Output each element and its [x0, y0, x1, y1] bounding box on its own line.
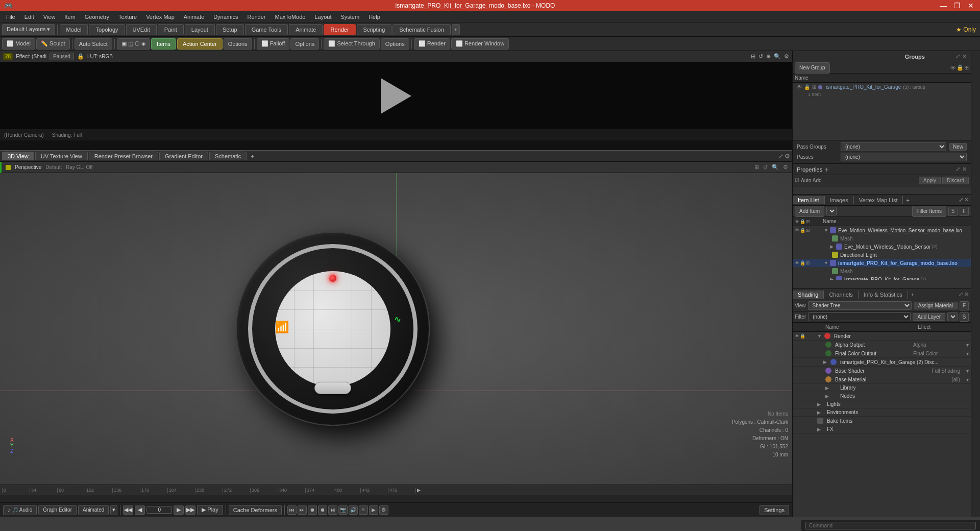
star-only[interactable]: ★ Only: [956, 26, 976, 33]
tab-images[interactable]: Images: [825, 196, 854, 204]
eye-icon[interactable]: 👁: [950, 65, 956, 71]
preview-icon4[interactable]: 🔍: [774, 53, 781, 60]
shader-row-fx[interactable]: ▶ FX: [793, 425, 971, 433]
lock-icon[interactable]: 🔒: [957, 64, 964, 71]
add-viewport-tab-btn[interactable]: +: [248, 152, 257, 160]
preview-icon2[interactable]: ↺: [758, 53, 763, 60]
pb-icon1[interactable]: ⏮: [287, 505, 297, 515]
shading-content[interactable]: 👁 🔒 ▼ Render Alpha Output Alpha ▾: [793, 332, 971, 517]
pb-icon7[interactable]: 🔊: [349, 505, 358, 515]
add-item-type-select[interactable]: ▾: [826, 207, 837, 215]
properties-close-icon[interactable]: ✕: [962, 166, 967, 173]
pb-icon6[interactable]: 📷: [338, 505, 348, 515]
falloff-btn[interactable]: ⬜ Falloff: [257, 38, 290, 50]
perspective-label[interactable]: Perspective: [15, 164, 41, 170]
properties-expand-icon[interactable]: ⤢: [955, 166, 960, 173]
vp-rotate-icon[interactable]: ↺: [763, 164, 768, 171]
pb-icon10[interactable]: ⚙: [379, 505, 388, 515]
shader-row-library[interactable]: ▶ Library: [793, 384, 971, 392]
item-list-content[interactable]: 👁 🔒 ⊞ ▼ Eve_Motion_Wireless_Motion_Senso…: [793, 226, 971, 280]
model-mode-btn[interactable]: ⬜ Model: [2, 38, 35, 50]
sculpt-btn[interactable]: ✏️ Sculpt: [36, 38, 70, 50]
tab-schematic[interactable]: Schematic: [209, 152, 247, 160]
menu-animate[interactable]: Animate: [180, 13, 208, 21]
menu-dynamics[interactable]: Dynamics: [209, 13, 242, 21]
filter-items-btn[interactable]: Filter Items: [912, 206, 946, 217]
auto-select-btn[interactable]: Auto Select: [75, 38, 112, 50]
add-layer-type[interactable]: ▾: [947, 312, 958, 321]
vp-settings-icon[interactable]: ⚙: [783, 164, 788, 171]
s-btn[interactable]: S: [948, 207, 958, 216]
command-input[interactable]: [805, 522, 976, 529]
add-item-btn[interactable]: Add Item: [795, 206, 824, 217]
menu-file[interactable]: File: [2, 13, 19, 21]
audio-btn[interactable]: ♪ 🎵 Audio: [3, 505, 37, 515]
render-window-btn[interactable]: ⬜ Render Window: [451, 38, 509, 50]
restore-btn[interactable]: ❐: [952, 2, 963, 10]
shader-row-nodes[interactable]: ▶ Nodes: [793, 392, 971, 400]
tab-shading[interactable]: Shading: [793, 291, 824, 299]
preview-icon1[interactable]: ⊞: [751, 53, 755, 60]
apply-btn[interactable]: Apply: [919, 177, 941, 184]
shader-s-btn[interactable]: S: [960, 312, 969, 322]
add-item-list-tab[interactable]: +: [903, 196, 912, 204]
close-btn[interactable]: ✕: [966, 2, 976, 10]
next-keyframe-btn[interactable]: ▶▶: [185, 505, 195, 515]
tab-gradient-editor[interactable]: Gradient Editor: [159, 152, 208, 160]
menu-system[interactable]: System: [336, 13, 363, 21]
items-btn[interactable]: Items: [151, 38, 176, 50]
auto-add-checkbox[interactable]: ☑: [795, 178, 799, 183]
menu-view[interactable]: View: [39, 13, 60, 21]
vp-grid-icon[interactable]: ⊞: [754, 164, 759, 171]
add-layer-btn[interactable]: Add Layer: [913, 313, 945, 321]
shading-close[interactable]: ✕: [964, 291, 969, 298]
pb-icon5[interactable]: ⏯: [328, 505, 337, 515]
pb-icon4[interactable]: ⏺: [318, 505, 327, 515]
passes-select[interactable]: (none): [841, 153, 967, 161]
viewport-expand-icon[interactable]: ⤢: [778, 153, 783, 160]
tab-animate[interactable]: Animate: [289, 24, 323, 35]
tab-schematic-fusion[interactable]: Schematic Fusion: [393, 24, 450, 35]
shading-expand[interactable]: ⤢: [959, 291, 963, 298]
tab-item-list[interactable]: Item List: [793, 196, 825, 204]
animated-btn[interactable]: Animated: [78, 505, 109, 515]
render-icon[interactable]: ⊞: [964, 64, 969, 71]
select-through-btn[interactable]: ⬜ Select Through: [324, 38, 379, 50]
tab-info-statistics[interactable]: Info & Statistics: [859, 291, 908, 299]
render-btn[interactable]: ⬜ Render: [414, 38, 450, 50]
item-list-expand[interactable]: ⤢: [959, 197, 963, 203]
preview-icon5[interactable]: ⚙: [784, 53, 789, 60]
menu-geometry[interactable]: Geometry: [81, 13, 113, 21]
next-frame-btn[interactable]: ▶: [174, 505, 184, 515]
tab-render-preset-browser[interactable]: Render Preset Browser: [89, 152, 158, 160]
menu-item[interactable]: Item: [60, 13, 79, 21]
cache-deformers-btn[interactable]: Cache Deformers: [229, 505, 282, 515]
tab-layout[interactable]: Layout: [185, 24, 215, 35]
auto-add-label[interactable]: Auto Add: [801, 178, 822, 183]
play-btn[interactable]: ▶ Play: [197, 505, 223, 515]
shader-row-environments[interactable]: ▶ Environments: [793, 408, 971, 417]
tab-topology[interactable]: Topology: [89, 24, 125, 35]
add-shading-tab[interactable]: +: [908, 291, 917, 299]
animated-dropdown[interactable]: ▾: [110, 505, 117, 515]
timeline-track[interactable]: [0, 495, 792, 502]
shader-row-bake[interactable]: Bake Items: [793, 417, 971, 425]
add-tab-btn[interactable]: +: [452, 24, 460, 35]
shader-row-final-color[interactable]: Final Color Output Final Color ▾: [793, 349, 971, 358]
menu-render[interactable]: Render: [243, 13, 270, 21]
filter-select[interactable]: (none): [808, 312, 911, 321]
discard-btn[interactable]: Discard: [942, 177, 969, 184]
view-select[interactable]: Shader Tree: [808, 301, 912, 310]
tab-game-tools[interactable]: Game Tools: [245, 24, 288, 35]
pass-groups-select[interactable]: (none): [841, 142, 946, 151]
action-center-btn[interactable]: Action Center: [177, 38, 223, 50]
prev-keyframe-btn[interactable]: ◀◀: [123, 505, 133, 515]
vp-zoom-icon[interactable]: 🔍: [772, 164, 779, 171]
tab-scripting[interactable]: Scripting: [357, 24, 392, 35]
play-button[interactable]: [381, 78, 411, 114]
tab-model[interactable]: Model: [60, 24, 88, 35]
default-label[interactable]: Default: [45, 164, 62, 170]
menu-edit[interactable]: Edit: [20, 13, 38, 21]
f-btn[interactable]: F: [960, 207, 969, 216]
menu-maxtomodo[interactable]: MaxToModo: [271, 13, 310, 21]
